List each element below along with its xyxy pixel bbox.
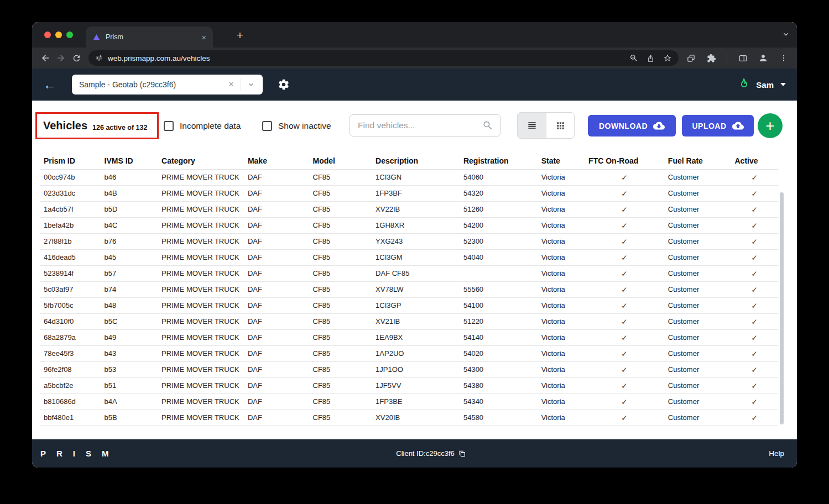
show-inactive-checkbox[interactable] (262, 121, 272, 131)
cell: XV21IB (372, 313, 460, 329)
cell: Victoria (538, 329, 585, 345)
extensions-puzzle-icon[interactable] (703, 50, 719, 66)
cell: 1FP3BF (372, 185, 460, 201)
upload-button[interactable]: UPLOAD (682, 115, 754, 136)
cell: Victoria (538, 185, 585, 201)
settings-gear-icon[interactable] (278, 78, 290, 91)
bookmark-star-icon[interactable] (663, 54, 672, 62)
user-menu[interactable]: Sam (737, 77, 786, 92)
vehicle-row[interactable]: 023d31dcb4BPRIME MOVER TRUCKDAFCF851FP3B… (40, 185, 778, 201)
cell: DAF (244, 249, 309, 265)
table-scrollbar[interactable] (780, 192, 784, 424)
cell: ✓ (731, 361, 778, 377)
add-vehicle-button[interactable]: + (758, 113, 783, 138)
vehicle-row[interactable]: 27f88f1bb76PRIME MOVER TRUCKDAFCF85YXG24… (40, 233, 778, 249)
cell: ✓ (585, 361, 664, 377)
cell: Victoria (538, 265, 585, 281)
vehicle-row[interactable]: a5bcbf2eb51PRIME MOVER TRUCKDAFCF851JF5V… (40, 377, 778, 393)
cell: ✓ (731, 393, 778, 410)
cell: ✓ (585, 169, 664, 185)
vehicle-row[interactable]: 1befa42bb4CPRIME MOVER TRUCKDAFCF851GH8X… (40, 217, 778, 233)
reload-icon[interactable] (69, 50, 84, 66)
browser-menu-kebab-icon[interactable] (776, 50, 791, 66)
cell: PRIME MOVER TRUCK (158, 297, 244, 313)
cell: Customer (664, 377, 731, 393)
cell: Victoria (538, 201, 585, 217)
app-back-arrow[interactable]: ← (43, 78, 60, 91)
copy-icon[interactable] (458, 450, 466, 458)
profile-avatar-icon[interactable] (755, 50, 771, 66)
vehicle-row[interactable]: 64d310f0b5CPRIME MOVER TRUCKDAFCF85XV21I… (40, 313, 778, 329)
new-tab-button[interactable]: + (231, 27, 249, 44)
close-window-button[interactable] (44, 32, 51, 38)
list-view-button[interactable] (518, 113, 546, 138)
cell: ✓ (731, 185, 778, 201)
active-count-summary: 126 active of 132 (92, 120, 147, 132)
vehicle-row[interactable]: 5c03af97b74PRIME MOVER TRUCKDAFCF85XV78L… (40, 281, 778, 297)
vehicle-row[interactable]: 00cc974bb46PRIME MOVER TRUCKDAFCF851CI3G… (40, 169, 778, 185)
vehicle-row[interactable]: 416dead5b45PRIME MOVER TRUCKDAFCF851CI3G… (40, 249, 778, 265)
show-inactive-label[interactable]: Show inactive (278, 121, 331, 131)
cell: ✓ (731, 249, 778, 265)
cell: 1befa42b (40, 217, 101, 233)
tabstrip-chevron-icon[interactable] (781, 30, 790, 39)
cell: b4B (101, 185, 158, 201)
search-icon (482, 120, 493, 131)
column-header-state: State (538, 153, 585, 169)
zoom-window-button[interactable] (66, 32, 73, 38)
cell: 023d31dc (40, 185, 101, 201)
grid-view-button[interactable] (546, 113, 574, 138)
download-button[interactable]: DOWNLOAD (588, 115, 676, 136)
cell: PRIME MOVER TRUCK (158, 185, 244, 201)
cell: 416dead5 (40, 249, 101, 265)
vehicle-row[interactable]: 1a4cb57fb5DPRIME MOVER TRUCKDAFCF85XV22I… (40, 201, 778, 217)
help-link[interactable]: Help (769, 449, 784, 458)
address-bar[interactable]: web.prismapp.com.au/vehicles (88, 50, 679, 66)
selector-chevron-icon[interactable] (243, 80, 256, 89)
zoom-icon[interactable] (629, 54, 638, 62)
cell: b5D (101, 201, 158, 217)
cell: 1CI3GM (372, 249, 460, 265)
vehicle-row[interactable]: b810686db4APRIME MOVER TRUCKDAFCF851FP3B… (40, 393, 778, 410)
cell: Victoria (538, 233, 585, 249)
cell: Customer (664, 169, 731, 185)
cell: Victoria (538, 281, 585, 297)
browser-tab-prism[interactable]: Prism × (86, 27, 213, 48)
vehicle-row[interactable]: 96fe2f08b53PRIME MOVER TRUCKDAFCF851JP1O… (40, 361, 778, 377)
column-header-prism-id: Prism ID (40, 153, 101, 169)
vehicle-row[interactable]: 78ee45f3b43PRIME MOVER TRUCKDAFCF851AP2U… (40, 345, 778, 361)
vehicle-row[interactable]: bbf480e1b5BPRIME MOVER TRUCKDAFCF85XV20I… (40, 410, 778, 426)
vehicle-row[interactable]: 5238914fb57PRIME MOVER TRUCKDAFCF85DAF C… (40, 265, 778, 281)
client-selector[interactable]: Sample - Geotab (c29cc3f6) × (72, 75, 263, 95)
cell: Customer (664, 265, 731, 281)
column-header-description: Description (372, 153, 460, 169)
toolbar-right-icons (683, 50, 791, 66)
site-settings-icon[interactable] (95, 54, 103, 62)
cell: DAF (244, 297, 309, 313)
column-header-registration: Registration (460, 153, 538, 169)
cell: ✓ (731, 297, 778, 313)
share-icon[interactable] (646, 54, 655, 62)
tab-close-icon[interactable]: × (201, 33, 206, 41)
user-name: Sam (756, 80, 774, 90)
cell: DAF (244, 393, 309, 410)
cell: b48 (101, 297, 158, 313)
incomplete-data-label[interactable]: Incomplete data (180, 121, 241, 131)
side-panel-icon[interactable] (735, 50, 750, 66)
tab-overview-icon[interactable] (683, 50, 698, 66)
cell: Customer (664, 345, 731, 361)
cell: 00cc974b (40, 169, 101, 185)
vehicle-row[interactable]: 5fb7005cb48PRIME MOVER TRUCKDAFCF851CI3G… (40, 297, 778, 313)
cell: CF85 (309, 265, 372, 281)
search-input[interactable] (357, 120, 482, 131)
cell: 27f88f1b (40, 233, 101, 249)
vehicle-row[interactable]: 68a2879ab49PRIME MOVER TRUCKDAFCF851EA9B… (40, 329, 778, 345)
clear-selection-icon[interactable]: × (224, 79, 238, 90)
url-text: web.prismapp.com.au/vehicles (108, 54, 210, 62)
forward-icon[interactable] (53, 50, 69, 66)
minimize-window-button[interactable] (55, 32, 62, 38)
incomplete-data-checkbox[interactable] (164, 121, 174, 131)
cell: b46 (101, 169, 158, 185)
cell: b51 (101, 377, 158, 393)
back-icon[interactable] (38, 50, 53, 66)
